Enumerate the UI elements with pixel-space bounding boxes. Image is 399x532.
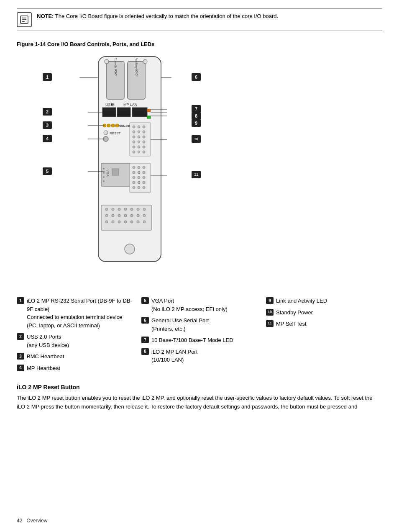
legend-text-5: VGA Port(No iLO 2 MP access; EFI only)	[151, 297, 258, 313]
legend-num-5: 5	[141, 297, 149, 304]
legend: 1 iLO 2 MP RS-232 Serial Port (DB-9F to …	[17, 297, 382, 375]
legend-entry-4: 4 MP Heartbeat	[17, 364, 133, 373]
svg-point-91	[137, 221, 139, 223]
legend-num-9: 9	[266, 297, 274, 304]
svg-point-79	[105, 214, 108, 217]
legend-entry-10: 10 Standby Power	[266, 308, 382, 317]
legend-num-7: 7	[141, 337, 149, 343]
note-box: NOTE: The Core I/O Board figure is orien…	[17, 8, 382, 31]
svg-text:Console IOIOI: Console IOIOI	[114, 58, 117, 76]
svg-point-63	[138, 176, 140, 179]
svg-point-69	[138, 186, 140, 189]
callout-11: 11	[192, 171, 201, 178]
note-icon	[17, 12, 32, 27]
svg-point-72	[105, 208, 108, 211]
svg-point-90	[130, 221, 133, 223]
legend-entry-3: 3 BMC Heartbeat	[17, 352, 133, 361]
legend-text-3: BMC Heartbeat	[27, 352, 133, 361]
callout-8: 8	[192, 112, 201, 120]
svg-point-59	[133, 171, 135, 174]
svg-point-93	[125, 244, 135, 254]
legend-text-9: Link and Activity LED	[276, 297, 382, 305]
legend-num-11: 11	[266, 320, 274, 327]
legend-col-2: 5 VGA Port(No iLO 2 MP access; EFI only)…	[141, 297, 258, 375]
legend-entry-7: 7 10 Base-T/100 Base-T Mode LED	[141, 336, 258, 344]
board-diagram: Console IOIOI Auxiliary IOIOI USB ⬡ ⇐ MP…	[75, 52, 184, 274]
svg-point-40	[138, 141, 140, 143]
diagram-area: Console IOIOI Auxiliary IOIOI USB ⬡ ⇐ MP…	[17, 52, 382, 287]
svg-text:⇐: ⇐	[111, 103, 114, 107]
svg-rect-50	[112, 169, 119, 175]
callout-5: 5	[43, 167, 52, 175]
svg-point-53	[103, 176, 105, 178]
svg-text:RESET: RESET	[110, 131, 121, 135]
svg-point-23	[111, 124, 115, 127]
legend-text-8: iLO 2 MP LAN Port(10/100 LAN)	[151, 348, 258, 364]
svg-point-60	[138, 171, 140, 174]
svg-point-35	[143, 131, 145, 133]
legend-num-3: 3	[17, 353, 24, 360]
svg-point-61	[143, 171, 145, 174]
svg-rect-18	[147, 109, 151, 112]
svg-point-83	[130, 214, 133, 217]
svg-point-10	[143, 59, 147, 64]
svg-point-88	[118, 221, 120, 223]
callout-4: 4	[43, 135, 52, 142]
legend-entry-11: 11 MP Self Test	[266, 320, 382, 328]
legend-num-2: 2	[17, 333, 24, 340]
svg-point-44	[143, 146, 145, 148]
callout-6: 6	[192, 73, 201, 81]
svg-point-73	[112, 208, 114, 211]
callout-1: 1	[43, 73, 52, 81]
svg-point-85	[143, 214, 146, 217]
svg-point-64	[143, 176, 145, 179]
svg-point-74	[118, 208, 120, 211]
svg-point-65	[133, 181, 135, 184]
svg-point-84	[137, 214, 139, 217]
svg-point-32	[143, 126, 145, 128]
svg-point-87	[112, 221, 114, 223]
svg-point-68	[133, 186, 135, 189]
svg-point-33	[133, 131, 135, 133]
legend-col-3: 9 Link and Activity LED 10 Standby Power…	[266, 297, 382, 375]
svg-point-81	[118, 214, 120, 217]
svg-point-31	[138, 126, 140, 128]
svg-point-62	[133, 176, 135, 179]
svg-point-24	[115, 124, 119, 127]
svg-point-89	[124, 221, 127, 223]
svg-rect-17	[132, 108, 147, 117]
svg-text:Auxiliary IOIOI: Auxiliary IOIOI	[135, 57, 138, 76]
svg-point-43	[138, 146, 140, 148]
legend-num-8: 8	[141, 348, 149, 355]
legend-text-4: MP Heartbeat	[27, 364, 133, 373]
svg-point-76	[130, 208, 133, 211]
svg-point-30	[133, 126, 135, 128]
legend-num-6: 6	[141, 317, 149, 324]
svg-rect-19	[147, 116, 151, 118]
body-paragraph: The iLO 2 MP reset button enables you to…	[17, 394, 382, 411]
legend-text-11: MP Self Test	[276, 320, 382, 328]
callout-2: 2	[43, 108, 52, 116]
svg-point-54	[103, 180, 105, 182]
legend-text-2: USB 2.0 Ports(any USB device)	[27, 333, 133, 349]
svg-point-37	[138, 136, 140, 138]
svg-rect-15	[102, 108, 116, 117]
svg-point-51	[103, 168, 105, 170]
legend-entry-5: 5 VGA Port(No iLO 2 MP access; EFI only)	[141, 297, 258, 313]
svg-point-92	[143, 221, 146, 223]
svg-point-80	[112, 214, 114, 217]
legend-entry-2: 2 USB 2.0 Ports(any USB device)	[17, 333, 133, 349]
svg-text:MP LAN: MP LAN	[123, 103, 137, 107]
callout-7: 7	[192, 105, 201, 113]
svg-point-34	[138, 131, 140, 133]
svg-point-78	[143, 208, 146, 211]
legend-entry-8: 8 iLO 2 MP LAN Port(10/100 LAN)	[141, 348, 258, 364]
svg-point-77	[137, 208, 139, 211]
figure-caption: Figure 1-14 Core I/O Board Controls, Por…	[17, 41, 382, 47]
legend-entry-9: 9 Link and Activity LED	[266, 297, 382, 305]
svg-point-42	[133, 146, 135, 148]
svg-rect-16	[117, 108, 130, 117]
callout-10: 10	[192, 135, 201, 143]
legend-text-1: iLO 2 MP RS-232 Serial Port (DB-9F to DB…	[27, 297, 133, 329]
svg-point-70	[143, 186, 145, 189]
